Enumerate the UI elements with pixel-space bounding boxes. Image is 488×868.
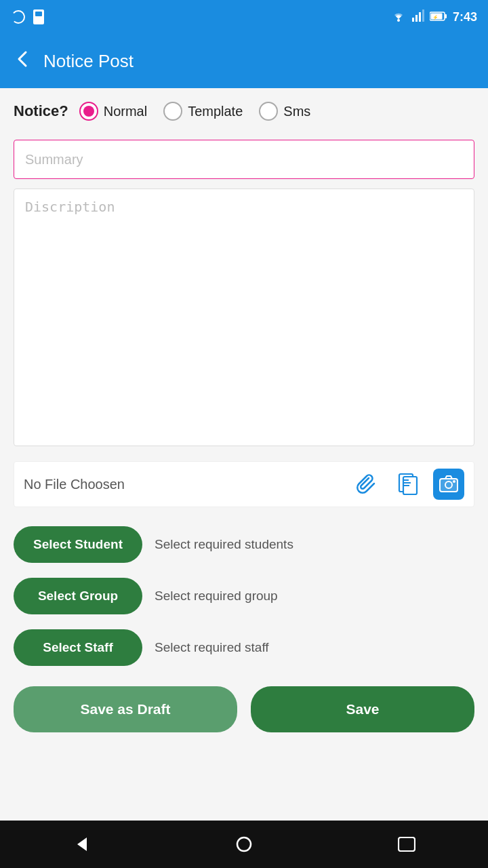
page-title: Notice Post (43, 51, 134, 72)
bottom-buttons: Save as Draft Save (14, 686, 474, 739)
svg-rect-7 (422, 9, 424, 22)
wifi-icon (390, 9, 407, 25)
select-staff-hint: Select required staff (155, 640, 269, 655)
notice-type-row: Notice? Normal Template Sms (14, 102, 474, 121)
nav-back-button[interactable] (64, 827, 98, 861)
svg-rect-6 (419, 12, 421, 22)
svg-rect-2 (35, 12, 42, 16)
svg-rect-10 (445, 14, 447, 18)
document-button[interactable] (392, 469, 424, 500)
summary-input[interactable] (14, 140, 474, 179)
radio-label-template: Template (188, 104, 243, 119)
svg-rect-4 (412, 18, 414, 22)
select-student-button[interactable]: Select Student (14, 526, 142, 563)
battery-icon: ⚡ (430, 10, 447, 24)
radio-label-normal: Normal (104, 104, 147, 119)
svg-point-20 (453, 480, 455, 483)
svg-marker-21 (77, 837, 87, 851)
svg-text:⚡: ⚡ (432, 14, 439, 20)
select-student-hint: Select required students (155, 537, 293, 552)
select-group-row: Select Group Select required group (14, 578, 474, 614)
select-group-button[interactable]: Select Group (14, 578, 142, 614)
sim-icon (31, 9, 46, 24)
radio-circle-template (163, 102, 182, 121)
bottom-nav (0, 821, 488, 868)
radio-normal[interactable]: Normal (79, 102, 147, 121)
main-content: Notice? Normal Template Sms No File Choo… (0, 88, 488, 868)
status-bar-right: ⚡ 7:43 (390, 9, 477, 25)
radio-inner-normal (83, 106, 94, 117)
file-label: No File Choosen (24, 477, 352, 492)
nav-home-button[interactable] (227, 827, 261, 861)
file-icons (352, 469, 464, 500)
svg-point-0 (12, 11, 24, 23)
svg-point-22 (237, 837, 251, 851)
select-student-row: Select Student Select required students (14, 526, 474, 563)
app-bar: Notice Post (0, 34, 488, 88)
notice-label: Notice? (14, 102, 68, 120)
select-staff-row: Select Staff Select required staff (14, 629, 474, 666)
signal-icon (412, 9, 424, 25)
radio-circle-sms (259, 102, 278, 121)
spinner-icon (11, 9, 26, 24)
save-as-draft-button[interactable]: Save as Draft (14, 686, 237, 732)
save-button[interactable]: Save (251, 686, 474, 732)
status-bar: ⚡ 7:43 (0, 0, 488, 34)
attachment-button[interactable] (352, 469, 383, 500)
back-button[interactable] (14, 50, 33, 73)
svg-rect-5 (415, 15, 418, 22)
radio-label-sms: Sms (283, 104, 310, 119)
time-display: 7:43 (453, 10, 477, 24)
select-group-hint: Select required group (155, 589, 278, 604)
svg-rect-23 (399, 837, 415, 851)
svg-point-3 (397, 19, 400, 22)
camera-button[interactable] (433, 469, 464, 500)
description-input[interactable] (14, 189, 474, 446)
radio-template[interactable]: Template (163, 102, 243, 121)
radio-circle-normal (79, 102, 98, 121)
radio-sms[interactable]: Sms (259, 102, 310, 121)
file-row: No File Choosen (14, 461, 474, 507)
nav-recent-button[interactable] (390, 827, 424, 861)
select-staff-button[interactable]: Select Staff (14, 629, 142, 666)
status-bar-left (11, 9, 46, 24)
